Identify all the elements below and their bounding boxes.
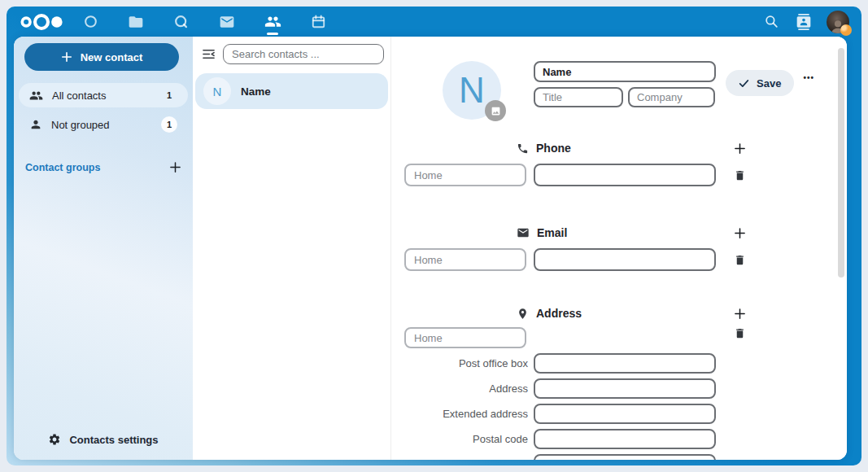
topbar — [7, 7, 861, 37]
contact-name-input[interactable] — [534, 61, 716, 82]
city-input[interactable] — [534, 454, 716, 460]
email-section-header: Email — [404, 224, 749, 242]
extended-address-input[interactable] — [534, 404, 716, 424]
email-type-select[interactable]: Home — [404, 248, 526, 271]
phone-row: Home — [404, 164, 749, 186]
plus-icon — [734, 227, 746, 239]
delete-address-button[interactable] — [734, 327, 746, 339]
postal-code-input[interactable] — [534, 429, 716, 449]
address-type-select[interactable]: Home — [404, 327, 526, 348]
title-input[interactable] — [534, 87, 623, 107]
contact-groups-row: Contact groups — [25, 161, 181, 173]
company-input[interactable] — [628, 87, 715, 107]
post-office-box-input[interactable] — [534, 353, 716, 374]
save-label: Save — [757, 77, 781, 90]
add-phone-button[interactable] — [734, 142, 746, 155]
checkmark-icon — [739, 78, 749, 89]
editor-actions: Save ••• — [726, 61, 814, 120]
contacts-settings-label: Contacts settings — [69, 434, 158, 446]
list-header — [193, 37, 390, 64]
contact-groups-header: Contact groups — [25, 162, 100, 173]
app-files-icon[interactable] — [120, 7, 151, 37]
contact-list-item[interactable]: N Name — [195, 73, 388, 109]
nextcloud-logo-icon[interactable] — [18, 13, 65, 31]
more-actions-icon[interactable]: ••• — [803, 70, 814, 82]
sidebar-item-label: All contacts — [52, 90, 106, 102]
contact-form: Phone Home Email — [404, 139, 749, 460]
person-icon — [29, 118, 42, 131]
app-talk-icon[interactable] — [166, 7, 197, 37]
phone-section-header: Phone — [404, 139, 749, 157]
app-mail-icon[interactable] — [212, 7, 242, 37]
count-badge: 1 — [161, 116, 177, 133]
sidebar-item-not-grouped[interactable]: Not grouped 1 — [19, 112, 188, 137]
image-icon — [491, 106, 501, 116]
plus-icon — [61, 51, 72, 63]
app-calendar-icon[interactable] — [303, 7, 334, 37]
search-contacts-input[interactable] — [223, 44, 384, 64]
phone-value-input[interactable] — [534, 164, 716, 186]
delete-email-button[interactable] — [734, 254, 746, 266]
email-value-input[interactable] — [534, 248, 716, 271]
app-menu — [75, 7, 334, 37]
contact-list-column: N Name — [193, 37, 391, 460]
editor-header: N Save ••• — [391, 37, 847, 120]
user-status-icon — [840, 24, 852, 36]
gear-icon — [48, 433, 61, 446]
topbar-actions — [761, 11, 849, 33]
contacts-settings-button[interactable]: Contacts settings — [14, 424, 193, 455]
address-field-row: Postal code — [404, 429, 749, 449]
delete-phone-button[interactable] — [734, 169, 746, 181]
active-app-indicator — [267, 33, 278, 35]
address-field-row: Post office box — [404, 353, 749, 374]
user-avatar[interactable] — [827, 11, 849, 33]
location-pin-icon — [517, 308, 529, 320]
app-window: New contact All contacts 1 Not grouped 1… — [7, 7, 861, 465]
add-address-button[interactable] — [734, 308, 746, 320]
unified-search-icon[interactable] — [761, 12, 781, 32]
contact-name: Name — [241, 85, 271, 98]
sidebar: New contact All contacts 1 Not grouped 1… — [14, 37, 193, 460]
field-label: Post office box — [404, 357, 528, 369]
upload-photo-button[interactable] — [485, 100, 506, 121]
email-section-label: Email — [537, 226, 567, 239]
sidebar-item-all-contacts[interactable]: All contacts 1 — [19, 83, 188, 107]
add-email-button[interactable] — [734, 227, 746, 239]
address-field-row: Address — [404, 378, 749, 399]
field-label: Extended address — [404, 408, 528, 420]
app-contacts-icon[interactable] — [257, 7, 288, 37]
name-fields — [534, 61, 716, 120]
field-label: Postal code — [404, 433, 528, 445]
contact-avatar: N — [203, 77, 231, 105]
contact-big-avatar: N — [443, 61, 501, 120]
address-input[interactable] — [534, 378, 716, 399]
address-type-row: Home — [404, 327, 749, 348]
scrollbar-thumb[interactable] — [838, 48, 844, 278]
address-field-row: City — [404, 454, 749, 460]
add-group-button[interactable] — [169, 161, 181, 173]
address-field-row: Extended address — [404, 404, 749, 424]
contact-editor: N Save ••• — [391, 37, 847, 460]
app-dashboard-icon[interactable] — [75, 7, 106, 37]
new-contact-button[interactable]: New contact — [24, 43, 179, 71]
group-icon — [29, 89, 43, 103]
email-row: Home — [404, 248, 749, 271]
count-badge: 1 — [161, 87, 177, 103]
address-section-header: Address — [404, 304, 749, 322]
save-button[interactable]: Save — [726, 70, 794, 96]
sidebar-item-label: Not grouped — [51, 119, 110, 131]
field-label: Address — [404, 382, 528, 395]
trash-icon — [734, 254, 746, 266]
phone-section-label: Phone — [536, 142, 571, 155]
plus-icon — [169, 161, 181, 173]
trash-icon — [734, 169, 746, 181]
phone-icon — [517, 142, 529, 155]
collapse-sidebar-icon[interactable] — [202, 48, 216, 60]
phone-type-select[interactable]: Home — [404, 164, 526, 186]
field-label: City — [404, 458, 528, 460]
plus-icon — [734, 142, 746, 155]
plus-icon — [734, 308, 746, 320]
address-section-label: Address — [536, 307, 582, 320]
content-card: New contact All contacts 1 Not grouped 1… — [14, 37, 847, 460]
contacts-menu-icon[interactable] — [794, 12, 813, 32]
